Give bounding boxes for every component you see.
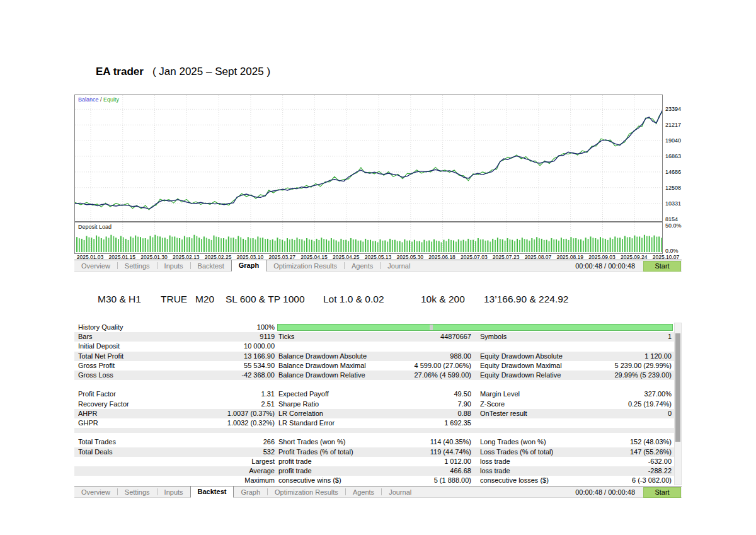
tab-graph[interactable]: Graph (231, 260, 266, 272)
table-row: Gross Profit55 534.90Balance Drawdown Ma… (74, 361, 674, 371)
tester-time-top: 00:00:48 / 00:00:48 (575, 260, 635, 272)
y-axis-labels: 2339421217190401686314686125081033181545… (665, 0, 703, 265)
stat-value: 55 534.90 (200, 361, 275, 371)
start-button-top[interactable]: Start (643, 261, 681, 272)
stat-value: 9119 (200, 332, 275, 342)
stat-value: 1 692.35 (377, 418, 471, 428)
stat-value: 49.50 (377, 389, 471, 399)
stat-value: 266 (200, 437, 275, 447)
deposit-axis-max: 50.0% (665, 222, 682, 229)
deposit-load-chart-svg (75, 222, 662, 252)
stat-value: 5 (1 888.00) (377, 476, 471, 485)
stat-value: 114 (40.35%) (377, 437, 471, 447)
tab-inputs[interactable]: Inputs (158, 260, 190, 272)
stat-value: 13 166.90 (200, 352, 275, 361)
stat-value: Maximum (200, 476, 275, 485)
tab-journal[interactable]: Journal (382, 486, 418, 498)
tester-tab-bar-bottom: 00:00:48 / 00:00:48 Start OverviewSettin… (74, 486, 682, 498)
tab-settings[interactable]: Settings (118, 260, 157, 272)
table-row: Total Trades266Short Trades (won %)114 (… (74, 437, 674, 447)
table-scrollbar[interactable] (674, 323, 682, 485)
tab-backtest[interactable]: Backtest (190, 486, 234, 498)
legend-balance-label: Balance (78, 96, 99, 103)
table-row: Total Deals532Profit Trades (% of total)… (74, 447, 674, 457)
table-row: History Quality100% (74, 323, 674, 332)
stat-value: -632.00 (577, 457, 672, 466)
legend-separator: / (99, 96, 104, 103)
table-row: Recovery Factor2.51Sharpe Ratio7.90Z-Sco… (74, 400, 674, 409)
table-spacer-row (74, 428, 674, 437)
table-row: GHPR1.0032 (0.32%)LR Standard Error1 692… (74, 418, 674, 428)
tab-agents[interactable]: Agents (345, 260, 380, 272)
stat-value: 152 (48.03%) (577, 437, 672, 447)
stat-value: 7.90 (377, 400, 471, 409)
deposit-load-panel: Deposit Load (75, 222, 662, 253)
page-title: EA trader( Jan 2025 – Sept 2025 ) (96, 66, 270, 78)
tab-backtest[interactable]: Backtest (191, 260, 231, 272)
stat-value: 0.25 (19.74%) (577, 400, 672, 409)
strategy-params-line: M30 & H1TRUEM20SL 600 & TP 1000Lot 1.0 &… (0, 294, 756, 308)
history-quality-progress-bar (277, 324, 673, 331)
stat-label: GHPR (78, 418, 204, 428)
table-spacer-row (74, 380, 674, 389)
stat-value: 27.06% (4 599.00) (377, 371, 471, 380)
stat-value: 327.00% (577, 389, 672, 399)
param-item-6: 10k & 200 (421, 294, 465, 305)
stat-value: -288.22 (577, 466, 672, 476)
y-axis-tick: 19040 (665, 137, 681, 144)
stat-value: 119 (44.74%) (377, 447, 471, 457)
stat-value (577, 418, 672, 428)
stat-label: Total Deals (78, 447, 204, 457)
stat-value: 466.68 (377, 466, 471, 476)
deposit-load-label: Deposit Load (78, 224, 112, 230)
stat-label: Initial Deposit (78, 342, 204, 351)
table-row: Profit Factor1.31Expected Payoff49.50Mar… (74, 389, 674, 399)
param-item-1: M30 & H1 (98, 294, 141, 305)
tab-inputs[interactable]: Inputs (158, 486, 190, 498)
balance-equity-panel: Balance / Equity (75, 95, 662, 221)
stat-value (377, 342, 471, 351)
stat-value: 2.51 (200, 400, 275, 409)
deposit-axis-min: 0.0% (665, 248, 679, 254)
stat-label: AHPR (78, 409, 204, 418)
stat-label: History Quality (78, 323, 204, 332)
tester-tab-bar-top: 00:00:48 / 00:00:48 Start OverviewSettin… (74, 260, 682, 272)
table-row: AHPR1.0037 (0.37%)LR Correlation0.88OnTe… (74, 409, 674, 418)
stat-label: Profit Factor (78, 389, 204, 399)
stat-label: Gross Profit (78, 361, 204, 371)
table-row: Gross Loss-42 368.00Balance Drawdown Rel… (74, 371, 674, 380)
balance-equity-chart-svg (75, 95, 662, 221)
tab-graph[interactable]: Graph (234, 486, 267, 498)
stat-value: 1 (577, 332, 672, 342)
stat-value: 532 (200, 447, 275, 457)
stat-value: 1 120.00 (577, 352, 672, 361)
stat-value (577, 342, 672, 351)
tab-overview[interactable]: Overview (74, 260, 117, 272)
stat-value: Average (200, 466, 275, 476)
tab-agents[interactable]: Agents (346, 486, 381, 498)
table-row: Maximumconsecutive wins ($)5 (1 888.00)c… (74, 476, 674, 485)
y-axis-tick: 12508 (665, 185, 681, 191)
backtest-chart: Balance / Equity Deposit Load (74, 95, 663, 254)
page-title-name: EA trader (96, 66, 144, 78)
stat-value: 1.0037 (0.37%) (200, 409, 275, 418)
tab-overview[interactable]: Overview (74, 486, 117, 498)
tab-journal[interactable]: Journal (381, 260, 417, 272)
tab-settings[interactable]: Settings (118, 486, 157, 498)
stat-value: 988.00 (377, 352, 471, 361)
stat-value: 1.31 (200, 389, 275, 399)
y-axis-tick: 10331 (665, 200, 681, 207)
stat-value: 1.0032 (0.32%) (200, 418, 275, 428)
backtest-report-table: History Quality100%Bars9119Ticks44870667… (74, 323, 674, 485)
stat-label (78, 466, 204, 476)
stat-label: Recovery Factor (78, 400, 204, 409)
tab-optimization-results[interactable]: Optimization Results (266, 260, 344, 272)
page: EA trader( Jan 2025 – Sept 2025 ) Balanc… (0, 0, 756, 535)
stat-value: 0 (577, 409, 672, 418)
table-scrollbar-thumb[interactable] (675, 333, 680, 442)
start-button-bottom[interactable]: Start (643, 487, 681, 498)
tab-optimization-results[interactable]: Optimization Results (268, 486, 345, 498)
stat-value: 1 012.00 (377, 457, 471, 466)
param-item-4: SL 600 & TP 1000 (226, 294, 305, 305)
param-item-7: 13’166.90 & 224.92 (484, 294, 568, 305)
